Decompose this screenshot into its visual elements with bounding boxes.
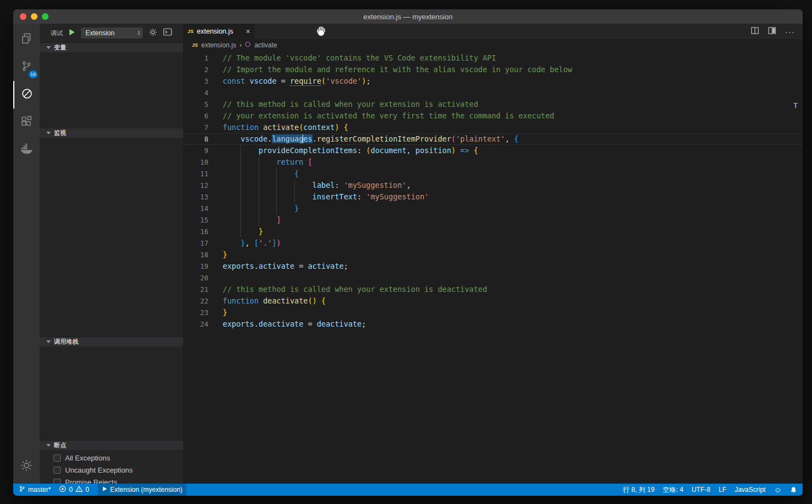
line-number[interactable]: 3 — [183, 75, 208, 87]
line-number[interactable]: 4 — [183, 87, 208, 99]
line-number[interactable]: 10 — [183, 156, 208, 168]
code-line[interactable]: 1// The module 'vscode' contains the VS … — [183, 52, 803, 64]
line-number[interactable]: 14 — [183, 203, 208, 214]
line-number[interactable]: 13 — [183, 191, 208, 203]
debug-launch-item[interactable]: Extension (myextension) — [98, 484, 186, 496]
section-header-variables[interactable]: 变量 — [40, 42, 183, 52]
debug-start-button[interactable] — [69, 28, 75, 38]
code-line[interactable]: 20 — [183, 272, 803, 284]
debug-console-icon[interactable] — [163, 28, 172, 38]
code-line-text: vscode.languages.registerCompletionItemP… — [208, 133, 519, 145]
activitybar-settings[interactable] — [13, 453, 40, 480]
variables-panel[interactable] — [40, 52, 183, 128]
code-line-text: exports.activate = activate; — [208, 261, 348, 272]
line-number[interactable]: 5 — [183, 99, 208, 110]
line-number[interactable]: 11 — [183, 168, 208, 180]
more-actions-icon[interactable]: ··· — [785, 27, 795, 36]
line-number[interactable]: 6 — [183, 110, 208, 122]
line-number[interactable]: 7 — [183, 122, 208, 133]
code-line-text: // this method is called when your exten… — [208, 284, 487, 295]
breadcrumb-symbol[interactable]: activate — [254, 41, 277, 49]
feedback-smiley-icon[interactable]: ☺ — [774, 484, 782, 496]
code-line[interactable]: 6// your extension is activated the very… — [183, 110, 803, 122]
activitybar-source-control[interactable]: 16 — [13, 53, 40, 81]
twisty-icon — [46, 444, 51, 447]
breadcrumb-file[interactable]: extension.js — [201, 41, 236, 49]
code-line[interactable]: 22function deactivate() { — [183, 295, 803, 307]
line-number[interactable]: 12 — [183, 180, 208, 191]
line-number[interactable]: 18 — [183, 249, 208, 261]
code-line[interactable]: 23} — [183, 307, 803, 318]
line-number[interactable]: 8 — [183, 133, 208, 145]
activitybar-extensions[interactable] — [13, 109, 40, 136]
eol-item[interactable]: LF — [719, 484, 727, 496]
code-line[interactable]: 3const vscode = require('vscode'); — [183, 75, 803, 87]
code-line[interactable]: 12 label: 'mySuggestion', — [183, 180, 803, 191]
debug-settings-gear-icon[interactable] — [149, 28, 157, 39]
editor-layout-icon[interactable] — [768, 26, 776, 37]
code-line[interactable]: 10 return [ — [183, 156, 803, 168]
line-number[interactable]: 17 — [183, 237, 208, 249]
section-header-watch[interactable]: 监视 — [40, 128, 183, 138]
debug-config-select[interactable]: Extension ▲▼ — [81, 28, 143, 39]
line-number[interactable]: 1 — [183, 52, 208, 64]
close-window-button[interactable] — [20, 13, 26, 20]
activitybar-docker[interactable] — [13, 136, 40, 164]
problems-item[interactable]: 0 0 — [59, 484, 89, 496]
tab-close-icon[interactable]: × — [246, 27, 250, 36]
checkbox[interactable] — [53, 467, 61, 474]
line-number[interactable]: 9 — [183, 145, 208, 156]
git-branch-item[interactable]: master* — [19, 484, 51, 496]
code-line[interactable]: 19exports.activate = activate; — [183, 261, 803, 272]
code-line[interactable]: 5// this method is called when your exte… — [183, 99, 803, 110]
line-number[interactable]: 2 — [183, 64, 208, 75]
tab-extension-js[interactable]: JS extension.js × — [183, 24, 255, 39]
section-header-callstack[interactable]: 调用堆栈 — [40, 337, 183, 346]
breakpoints-panel: All Exceptions Uncaught Exceptions Promi… — [40, 450, 183, 484]
line-number[interactable]: 15 — [183, 214, 208, 226]
notifications-bell-icon[interactable] — [790, 484, 797, 496]
watch-panel[interactable] — [40, 138, 183, 337]
line-number[interactable]: 19 — [183, 261, 208, 272]
code-line[interactable]: 8 vscode.languages.registerCompletionIte… — [183, 133, 803, 145]
javascript-file-icon: JS — [187, 29, 193, 34]
section-header-breakpoints[interactable]: 断点 — [40, 440, 183, 450]
callstack-panel[interactable] — [40, 346, 183, 440]
code-line[interactable]: 13 insertText: 'mySuggestion' — [183, 191, 803, 203]
language-mode-item[interactable]: JavaScript — [735, 484, 766, 496]
breakpoint-uncaught-exceptions[interactable]: Uncaught Exceptions — [40, 464, 183, 476]
line-number[interactable]: 21 — [183, 284, 208, 295]
code-line[interactable]: 18} — [183, 249, 803, 261]
code-line[interactable]: 21// this method is called when your ext… — [183, 284, 803, 295]
code-line[interactable]: 15 ] — [183, 214, 803, 226]
code-line[interactable]: 9 provideCompletionItems: (document, pos… — [183, 145, 803, 156]
zoom-window-button[interactable] — [42, 13, 49, 20]
line-number[interactable]: 22 — [183, 295, 208, 307]
code-line[interactable]: 11 { — [183, 168, 803, 180]
cursor-position-item[interactable]: 行 8, 列 19 — [623, 484, 654, 496]
code-line[interactable]: 17 }, ['.']) — [183, 237, 803, 249]
line-number[interactable]: 24 — [183, 318, 208, 330]
code-line[interactable]: 24exports.deactivate = deactivate; — [183, 318, 803, 330]
code-line[interactable]: 7function activate(context) { — [183, 122, 803, 133]
code-line[interactable]: 14 } — [183, 203, 803, 214]
code-line-text: function activate(context) { — [208, 122, 348, 133]
split-editor-icon[interactable] — [751, 26, 759, 37]
indentation-item[interactable]: 空格: 4 — [663, 484, 683, 496]
code-line[interactable]: 4 — [183, 87, 803, 99]
code-line[interactable]: 16 } — [183, 226, 803, 237]
line-number[interactable]: 23 — [183, 307, 208, 318]
code-line[interactable]: 2// Import the module and reference it w… — [183, 64, 803, 75]
encoding-item[interactable]: UTF-8 — [692, 484, 711, 496]
code-editor[interactable]: 1// The module 'vscode' contains the VS … — [183, 51, 803, 484]
breakpoint-all-exceptions[interactable]: All Exceptions — [40, 452, 183, 464]
checkbox[interactable] — [53, 454, 61, 462]
activitybar-debug[interactable] — [13, 81, 40, 109]
activitybar-explorer[interactable] — [13, 26, 40, 53]
line-number[interactable]: 20 — [183, 272, 208, 284]
minimize-window-button[interactable] — [31, 13, 37, 20]
checkbox[interactable] — [53, 479, 61, 484]
symbol-method-icon — [245, 41, 251, 49]
line-number[interactable]: 16 — [183, 226, 208, 237]
breakpoint-promise-rejects[interactable]: Promise Rejects — [40, 476, 183, 484]
